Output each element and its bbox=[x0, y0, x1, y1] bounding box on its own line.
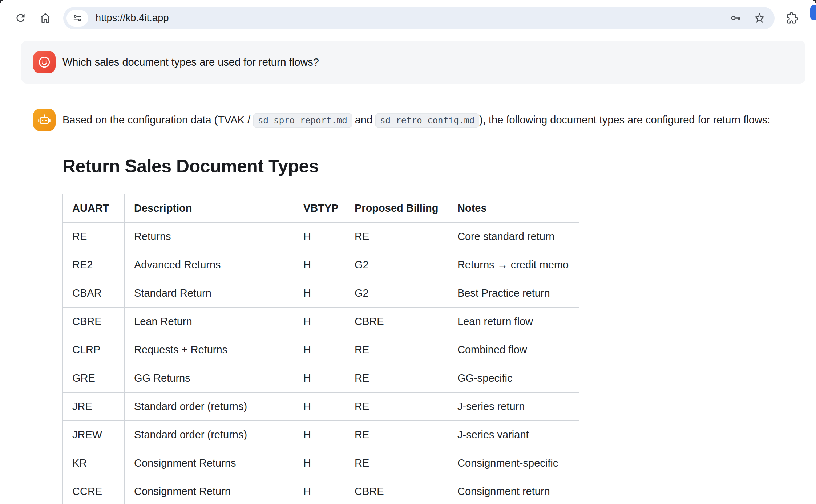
table-cell: Standard order (returns) bbox=[125, 392, 294, 420]
table-cell: G2 bbox=[345, 279, 448, 307]
table-body: REReturnsHRECore standard returnRE2Advan… bbox=[63, 222, 579, 504]
browser-toolbar: https://kb.4it.app bbox=[0, 0, 816, 36]
table-cell: Consignment return bbox=[448, 477, 579, 504]
table-cell: Standard Return bbox=[125, 279, 294, 307]
table-cell: RE2 bbox=[63, 251, 125, 279]
bookmark-button[interactable] bbox=[752, 11, 767, 25]
table-row: CLRPRequests + ReturnsHRECombined flow bbox=[63, 336, 579, 364]
column-header: Description bbox=[125, 194, 294, 222]
column-header: Notes bbox=[448, 194, 579, 222]
column-header: Proposed Billing bbox=[345, 194, 448, 222]
table-cell: RE bbox=[345, 420, 448, 449]
assistant-message-head: Based on the configuration data (TVAK / … bbox=[21, 109, 805, 131]
table-cell: GRE bbox=[63, 364, 125, 392]
table-cell: CBAR bbox=[63, 279, 125, 307]
table-cell: Combined flow bbox=[448, 336, 579, 364]
table-cell: GG-specific bbox=[448, 364, 579, 392]
table-header-row: AUARTDescriptionVBTYPProposed BillingNot… bbox=[63, 194, 579, 222]
table-cell: GG Returns bbox=[125, 364, 294, 392]
table-row: KRConsignment ReturnsHREConsignment-spec… bbox=[63, 449, 579, 477]
extensions-icon bbox=[786, 12, 798, 24]
table-cell: JRE bbox=[63, 392, 125, 420]
intro-text-middle: and bbox=[352, 114, 376, 126]
page-title: Return Sales Document Types bbox=[62, 156, 805, 177]
table-cell: KR bbox=[63, 449, 125, 477]
robot-icon bbox=[37, 113, 52, 127]
table-cell: RE bbox=[345, 449, 448, 477]
assistant-message: Based on the configuration data (TVAK / … bbox=[21, 109, 805, 504]
site-info-icon bbox=[72, 13, 82, 23]
assistant-message-body: Return Sales Document Types AUARTDescrip… bbox=[21, 156, 805, 504]
omnibox-actions bbox=[728, 11, 767, 25]
extensions-button[interactable] bbox=[783, 9, 801, 28]
address-bar[interactable]: https://kb.4it.app bbox=[63, 7, 775, 29]
table-cell: RE bbox=[345, 364, 448, 392]
column-header: AUART bbox=[63, 194, 125, 222]
home-button[interactable] bbox=[36, 9, 54, 28]
table-row: JREStandard order (returns)HREJ-series r… bbox=[63, 392, 579, 420]
table-cell: Consignment Returns bbox=[125, 449, 294, 477]
table-cell: Best Practice return bbox=[448, 279, 579, 307]
table-cell: RE bbox=[63, 222, 125, 251]
code-chip-spro-report: sd-spro-report.md bbox=[253, 113, 352, 128]
table-cell: H bbox=[294, 477, 345, 504]
table-cell: RE bbox=[345, 392, 448, 420]
chat-page: Which sales document types are used for … bbox=[0, 36, 816, 504]
table-cell: CLRP bbox=[63, 336, 125, 364]
reload-button[interactable] bbox=[11, 9, 30, 28]
table-cell: RE bbox=[345, 336, 448, 364]
assistant-intro-text: Based on the configuration data (TVAK / … bbox=[62, 114, 770, 126]
table-cell: Lean return flow bbox=[448, 307, 579, 336]
home-icon bbox=[39, 12, 51, 24]
table-cell: CCRE bbox=[63, 477, 125, 504]
table-cell: Returns bbox=[125, 222, 294, 251]
user-avatar bbox=[33, 51, 56, 73]
code-chip-retro-config: sd-retro-config.md bbox=[375, 113, 479, 128]
smiley-face-icon bbox=[37, 55, 52, 69]
url-text: https://kb.4it.app bbox=[96, 12, 728, 24]
table-cell: JREW bbox=[63, 420, 125, 449]
table-cell: Returns → credit memo bbox=[448, 251, 579, 279]
table-cell: Consignment Return bbox=[125, 477, 294, 504]
user-message: Which sales document types are used for … bbox=[21, 41, 805, 84]
table-cell: H bbox=[294, 420, 345, 449]
table-cell: Lean Return bbox=[125, 307, 294, 336]
table-cell: H bbox=[294, 279, 345, 307]
table-cell: H bbox=[294, 222, 345, 251]
table-cell: H bbox=[294, 307, 345, 336]
table-row: CCREConsignment ReturnHCBREConsignment r… bbox=[63, 477, 579, 504]
column-header: VBTYP bbox=[294, 194, 345, 222]
key-icon bbox=[730, 12, 742, 24]
table-cell: Standard order (returns) bbox=[125, 420, 294, 449]
table-row: REReturnsHRECore standard return bbox=[63, 222, 579, 251]
password-manager-button[interactable] bbox=[728, 11, 743, 25]
table-row: JREWStandard order (returns)HREJ-series … bbox=[63, 420, 579, 449]
table-cell: Core standard return bbox=[448, 222, 579, 251]
table-cell: Consignment-specific bbox=[448, 449, 579, 477]
table-row: RE2Advanced ReturnsHG2Returns → credit m… bbox=[63, 251, 579, 279]
reload-icon bbox=[15, 12, 27, 24]
table-cell: RE bbox=[345, 222, 448, 251]
table-cell: G2 bbox=[345, 251, 448, 279]
intro-text-after: ), the following document types are conf… bbox=[479, 114, 770, 126]
site-info-button[interactable] bbox=[66, 10, 88, 27]
table-cell: H bbox=[294, 336, 345, 364]
table-row: CBARStandard ReturnHG2Best Practice retu… bbox=[63, 279, 579, 307]
profile-badge[interactable] bbox=[810, 5, 816, 20]
table-cell: H bbox=[294, 251, 345, 279]
table-cell: J-series return bbox=[448, 392, 579, 420]
table-cell: J-series variant bbox=[448, 420, 579, 449]
table-cell: CBRE bbox=[345, 307, 448, 336]
table-cell: Advanced Returns bbox=[125, 251, 294, 279]
table-cell: H bbox=[294, 392, 345, 420]
user-question-text: Which sales document types are used for … bbox=[62, 56, 319, 68]
table-cell: CBRE bbox=[345, 477, 448, 504]
browser-window: https://kb.4it.app bbox=[0, 0, 816, 504]
table-cell: CBRE bbox=[63, 307, 125, 336]
intro-text-before: Based on the configuration data (TVAK / bbox=[62, 114, 253, 126]
star-icon bbox=[754, 12, 765, 24]
table-row: CBRELean ReturnHCBRELean return flow bbox=[63, 307, 579, 336]
table-cell: H bbox=[294, 364, 345, 392]
assistant-avatar bbox=[33, 109, 56, 131]
table-cell: Requests + Returns bbox=[125, 336, 294, 364]
